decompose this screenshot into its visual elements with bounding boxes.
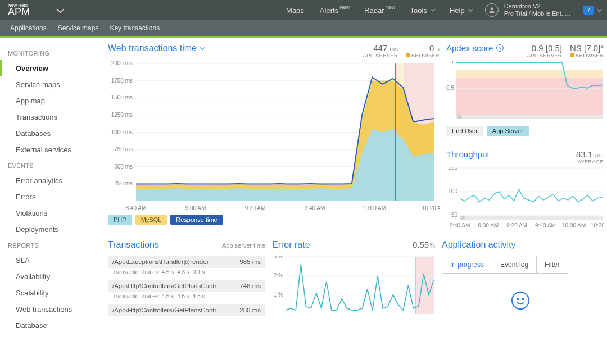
subnav-item[interactable]: Service maps bbox=[52, 20, 105, 36]
panel-subtitle: App server time bbox=[222, 242, 265, 249]
svg-point-57 bbox=[512, 292, 529, 309]
sidebar-item[interactable]: Transactions bbox=[0, 109, 101, 125]
help-icon[interactable]: ? bbox=[496, 44, 504, 52]
svg-text:500 ms: 500 ms bbox=[114, 163, 133, 170]
svg-text:1250 ms: 1250 ms bbox=[111, 112, 133, 118]
web-transactions-panel: Web transactions time 447 msAPP SERVER0 … bbox=[108, 43, 440, 229]
notifications[interactable]: 7 bbox=[577, 6, 607, 15]
svg-text:10:00 AM: 10:00 AM bbox=[363, 205, 386, 211]
svg-rect-33 bbox=[456, 115, 603, 119]
svg-text:9:40 AM: 9:40 AM bbox=[535, 222, 556, 229]
throughput-chart[interactable]: 501001508:40 AM9:00 AM9:20 AM9:40 AM10:0… bbox=[446, 167, 604, 229]
sidebar-item[interactable]: External services bbox=[0, 142, 101, 158]
subnav-item[interactable]: Key transactions bbox=[104, 20, 165, 36]
topnav-item[interactable]: AlertsNew bbox=[312, 0, 356, 20]
sidebar-item[interactable]: Databases bbox=[0, 125, 101, 142]
transaction-row[interactable]: /App\Http\Controllers\GetPlansContr280 m… bbox=[108, 304, 265, 316]
svg-text:0.5: 0.5 bbox=[446, 85, 454, 91]
chevron-down-icon bbox=[468, 7, 473, 11]
user-icon bbox=[485, 3, 499, 17]
svg-text:1000 ms: 1000 ms bbox=[111, 129, 133, 135]
sidebar-item[interactable]: Deployments bbox=[0, 221, 101, 238]
svg-rect-28 bbox=[456, 78, 603, 115]
topnav-item[interactable]: Help bbox=[442, 0, 479, 20]
sidebar-item[interactable]: Service maps bbox=[0, 76, 101, 93]
chevron-down-icon bbox=[431, 7, 435, 11]
web-transactions-chart[interactable]: 250 ms500 ms750 ms1000 ms1250 ms1500 ms1… bbox=[108, 61, 440, 212]
user-text: Demotron V2 Pro Trial / Mobile Ent. … bbox=[504, 3, 571, 17]
tab[interactable]: Event log bbox=[492, 256, 537, 273]
top-bar: New Relic. APM MapsAlertsNewRadarNewTool… bbox=[0, 0, 607, 20]
svg-rect-27 bbox=[456, 70, 603, 78]
tab[interactable]: Filter bbox=[537, 256, 568, 273]
metric-strip: 0.9 [0.5]APP SERVERNS [7.0]*BROWSER bbox=[527, 43, 604, 58]
sidebar-item[interactable]: Web transactions bbox=[0, 301, 101, 317]
metric: 0.9 [0.5]APP SERVER bbox=[527, 43, 562, 58]
panel-title[interactable]: Web transactions time bbox=[108, 43, 203, 53]
error-rate-chart[interactable]: 1 %2 %3 % bbox=[272, 256, 435, 317]
panel-title: Apdex score ? bbox=[446, 43, 504, 53]
sidebar-item[interactable]: Error analytics bbox=[0, 172, 101, 189]
legend-chip[interactable]: PHP bbox=[108, 215, 132, 225]
content: Web transactions time 447 msAPP SERVER0 … bbox=[101, 38, 607, 364]
topnav-item[interactable]: Maps bbox=[278, 0, 312, 20]
sidebar-item[interactable]: App map bbox=[0, 93, 101, 109]
sidebar-item[interactable]: Availability bbox=[0, 269, 101, 285]
svg-text:1500 ms: 1500 ms bbox=[111, 94, 133, 101]
tab[interactable]: In progress bbox=[442, 256, 492, 273]
panel-title: Throughput bbox=[446, 149, 490, 159]
subnav-item[interactable]: Applications bbox=[4, 20, 52, 36]
apdex-panel: Apdex score ? 0.9 [0.5]APP SERVERNS [7.0… bbox=[446, 43, 604, 136]
sidebar-item[interactable]: Database bbox=[0, 317, 101, 334]
product-switcher[interactable]: New Relic. APM bbox=[0, 3, 70, 17]
metric: 0.55% bbox=[413, 240, 435, 249]
svg-text:8:40 AM: 8:40 AM bbox=[126, 205, 147, 211]
sidebar-item[interactable]: Errors bbox=[0, 189, 101, 205]
chevron-down-icon bbox=[56, 6, 64, 13]
topnav-item[interactable]: RadarNew bbox=[356, 0, 402, 20]
panel-title: Error rate bbox=[272, 240, 310, 250]
main-layout: MONITORINGOverviewService mapsApp mapTra… bbox=[0, 38, 607, 364]
sidebar-item[interactable]: Overview bbox=[0, 60, 101, 76]
metric: NS [7.0]*BROWSER bbox=[570, 43, 604, 58]
panel-title: Application activity bbox=[442, 240, 599, 250]
svg-text:3 %: 3 % bbox=[274, 256, 283, 260]
svg-text:9:00 AM: 9:00 AM bbox=[478, 222, 499, 229]
legend-chip[interactable]: End User bbox=[446, 126, 483, 136]
topnav-item[interactable]: Tools bbox=[402, 0, 442, 20]
application-activity-panel: Application activity In progressEvent lo… bbox=[442, 240, 599, 317]
svg-rect-41 bbox=[460, 216, 603, 220]
sub-nav: ApplicationsService mapsKey transactions bbox=[0, 20, 607, 36]
svg-text:100: 100 bbox=[448, 188, 457, 194]
legend: End UserApp Server bbox=[446, 126, 604, 136]
legend-chip[interactable]: Response time bbox=[170, 215, 223, 225]
transaction-traces: Transaction traces: 4.5 s4.3 s0.1 s bbox=[108, 268, 265, 277]
svg-text:9:20 AM: 9:20 AM bbox=[506, 222, 527, 229]
metric-strip: 447 msAPP SERVER0 sBROWSER bbox=[363, 43, 440, 58]
transaction-row[interactable]: /App\Http\Controllers\GetPlansContr746 m… bbox=[108, 280, 265, 292]
svg-text:9:20 AM: 9:20 AM bbox=[245, 205, 266, 211]
metric: 0 sBROWSER bbox=[406, 43, 440, 58]
svg-text:10:00 AM: 10:00 AM bbox=[562, 222, 586, 229]
sidebar-item[interactable]: Scalability bbox=[0, 285, 101, 301]
apdex-chart[interactable]: 0.51 bbox=[446, 61, 604, 122]
transaction-row[interactable]: /App\Exceptions\Handler@render985 ms bbox=[108, 256, 265, 268]
svg-text:10:20 AM: 10:20 AM bbox=[591, 222, 604, 229]
brand-logo: New Relic. APM bbox=[8, 3, 30, 17]
legend-chip[interactable]: App Server bbox=[487, 126, 529, 136]
sidebar-heading: EVENTS bbox=[0, 158, 101, 172]
svg-text:2000 ms: 2000 ms bbox=[111, 61, 133, 66]
transaction-traces: Transaction traces: 4.5 s4.5 s4.5 s bbox=[108, 292, 265, 302]
sidebar-heading: REPORTS bbox=[0, 238, 101, 252]
svg-point-58 bbox=[517, 298, 518, 299]
legend-chip[interactable]: MySQL bbox=[135, 215, 167, 225]
sidebar-item[interactable]: SLA bbox=[0, 252, 101, 269]
svg-text:150: 150 bbox=[448, 167, 457, 171]
throughput-panel: Throughput 83.1rpm AVERAGE 501001508:40 … bbox=[446, 149, 604, 229]
sidebar-item[interactable]: Violations bbox=[0, 205, 101, 221]
svg-text:1 %: 1 % bbox=[274, 292, 283, 298]
svg-text:10:20 AM: 10:20 AM bbox=[422, 205, 440, 211]
transactions-panel: Transactions App server time /App\Except… bbox=[108, 240, 265, 317]
chevron-down-icon bbox=[200, 45, 205, 49]
user-menu[interactable]: Demotron V2 Pro Trial / Mobile Ent. … bbox=[479, 0, 577, 20]
